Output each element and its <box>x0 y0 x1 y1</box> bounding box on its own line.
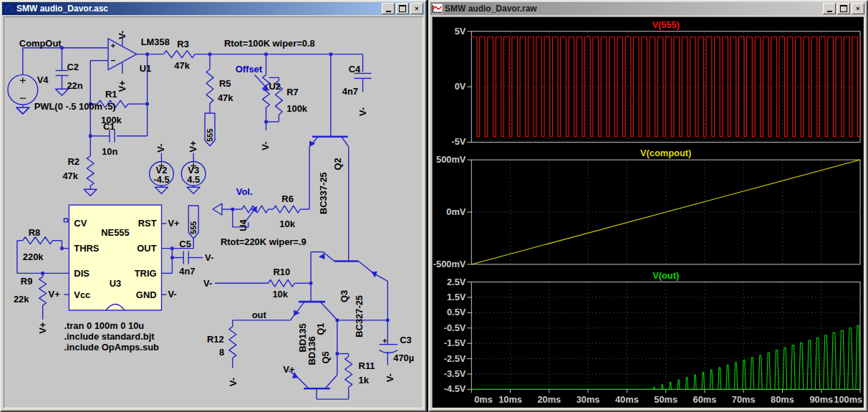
wire <box>342 137 349 147</box>
x-tick-label: 80ms <box>771 394 794 405</box>
schematic-label: CompOut <box>19 38 62 49</box>
wire <box>84 189 97 196</box>
schematic-label: 47k <box>218 92 233 103</box>
schematic-label: Vcc <box>74 289 90 300</box>
schematic-label: V- <box>385 373 395 382</box>
net-junction <box>145 102 148 105</box>
schematic-label: U3 <box>110 278 121 289</box>
minimize-button[interactable] <box>823 3 836 14</box>
wire <box>64 219 67 222</box>
y-tick-label: 5V <box>455 26 466 37</box>
schematic-label: C1 <box>103 121 115 132</box>
schematic-label: 10k <box>272 289 288 300</box>
net-junction <box>336 319 339 322</box>
x-tick-label: 70ms <box>732 394 756 405</box>
schematic-label: 100k <box>286 103 308 114</box>
schematic-label: 1k <box>359 375 370 385</box>
close-button[interactable]: × <box>852 3 864 14</box>
schematic-label: 4n7 <box>342 86 358 97</box>
net-junction <box>264 120 267 123</box>
net-junction <box>41 272 44 274</box>
net-junction <box>386 319 389 322</box>
schematic-label: 22k <box>14 294 29 305</box>
schematic-label: U1 <box>140 63 151 74</box>
schematic-label: out <box>252 310 267 320</box>
maximize-button[interactable] <box>837 3 850 14</box>
net-junction <box>231 208 234 211</box>
plot-title[interactable]: V(compout) <box>640 148 691 158</box>
wire <box>291 302 304 320</box>
schematic-label: R1 <box>105 89 117 100</box>
schematic-label: V- <box>260 141 271 150</box>
net-junction <box>170 246 173 249</box>
arrow-head <box>319 252 328 262</box>
schematic-label: Rtot=100K wiper=0.8 <box>224 38 315 49</box>
wire <box>268 279 294 287</box>
schematic-label: V+ <box>37 322 48 334</box>
y-tick-label: -4.5V <box>444 383 466 394</box>
schematic-label: V- <box>228 378 238 386</box>
x-tick-label: 60ms <box>693 394 717 405</box>
schematic-label: C2 <box>67 62 78 72</box>
minimize-icon <box>827 11 832 12</box>
wire <box>187 187 200 193</box>
schematic-label: .tran 0 100m 0 10u <box>64 320 144 331</box>
waveform-plot-area[interactable]: V(555)5V0V-5VV(compout)500mV0mV-500mVV(o… <box>432 16 864 408</box>
schematic-label: R8 <box>29 227 40 238</box>
schematic-label: Q1 <box>315 323 326 335</box>
schematic-label: Q5 <box>320 351 331 363</box>
wire <box>206 69 213 103</box>
schematic-canvas[interactable]: CompOutC222nV4PWL(0 -.5 100m .5)LM358U1V… <box>4 17 423 408</box>
schematic-canvas-area[interactable]: CompOutC222nV4PWL(0 -.5 100m .5)LM358U1V… <box>4 16 423 408</box>
schematic-label: CV <box>74 218 87 229</box>
y-tick-label: 500mV <box>436 154 466 165</box>
wire <box>39 277 47 305</box>
close-button[interactable]: × <box>410 3 423 14</box>
schematic-label: R3 <box>177 39 188 49</box>
trace-v555[interactable] <box>471 37 860 136</box>
maximize-icon <box>840 5 847 12</box>
maximize-button[interactable] <box>396 3 409 14</box>
y-tick-label: -2.5V <box>444 353 466 364</box>
schematic-label: 10k <box>279 219 295 229</box>
schematic-label: 22n <box>67 80 82 91</box>
x-tick-label: 10ms <box>498 394 522 405</box>
schematic-label: R5 <box>219 78 231 89</box>
wire <box>325 375 337 388</box>
schematic-label: 555 <box>189 221 198 234</box>
plot-title[interactable]: V(out) <box>652 270 679 281</box>
schematic-label: 555 <box>206 129 214 142</box>
schematic-label: V+ <box>49 289 60 300</box>
schematic-label: 4.5 <box>187 174 200 185</box>
schematic-label: R10 <box>273 267 290 277</box>
schematic-label: Q3 <box>339 290 349 302</box>
y-tick-label: 0V <box>455 81 466 92</box>
schematic-label: RST <box>138 218 157 229</box>
x-tick-label: 100ms <box>834 394 862 405</box>
ltspice-schematic-icon <box>4 4 14 14</box>
schematic-label: GND <box>136 289 157 300</box>
schematic-titlebar[interactable]: SMW audio_Davor.asc × <box>2 2 425 15</box>
wire <box>359 262 388 282</box>
wire <box>23 237 53 244</box>
plot-title[interactable]: V(555) <box>652 19 679 30</box>
schematic-label: R2 <box>67 156 79 167</box>
waveform-canvas[interactable]: V(555)5V0V-5VV(compout)500mV0mV-500mVV(o… <box>433 17 864 408</box>
x-tick-label: 90ms <box>809 394 833 405</box>
arrow-head <box>370 269 380 278</box>
waveform-titlebar[interactable]: SMW audio_Davor.raw × <box>430 2 866 15</box>
y-tick-label: -3.5V <box>444 368 466 379</box>
wire <box>320 302 337 320</box>
schematic-label: R11 <box>359 360 375 371</box>
trace-vcompout[interactable] <box>471 160 860 264</box>
wire <box>213 203 222 215</box>
schematic-label: V+ <box>117 80 127 92</box>
x-tick-label: 0ms <box>474 394 493 405</box>
minimize-button[interactable] <box>382 3 395 14</box>
wire <box>345 357 352 388</box>
schematic-label: BD136 <box>307 336 317 365</box>
schematic-label: C5 <box>179 239 191 249</box>
schematic-label: .include standard.bjt <box>64 331 155 342</box>
close-icon: × <box>415 6 418 12</box>
wire <box>323 252 334 262</box>
